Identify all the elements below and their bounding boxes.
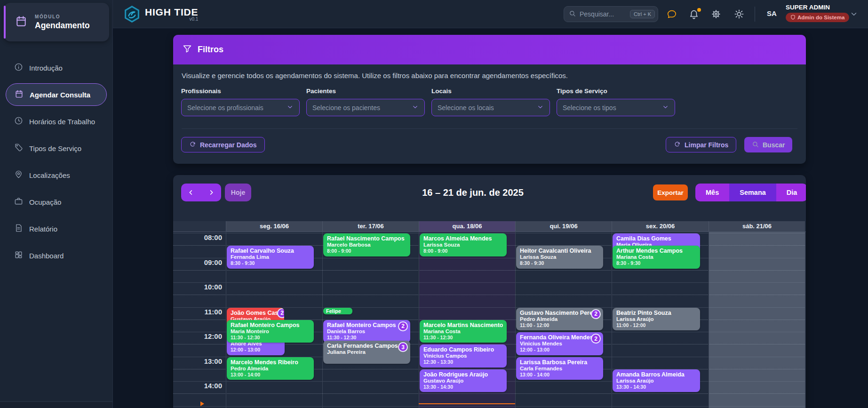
event-patient: Larissa Araújo — [616, 378, 696, 384]
sidebar-bottom-divider — [0, 401, 112, 408]
filter-label: Pacientes — [306, 88, 425, 95]
event[interactable]: Rafael Monteiro CamposDaniela Barros11:3… — [323, 320, 410, 343]
calendar-nav — [181, 184, 221, 201]
filter-select[interactable]: Selecione os tipos — [557, 99, 675, 116]
today-button[interactable]: Hoje — [225, 184, 251, 201]
half-hour-line — [173, 393, 805, 394]
event-time: 11:00 - 12:00 — [520, 322, 599, 328]
event[interactable]: Rafael Carvalho SouzaFernanda Lima8:30 -… — [227, 246, 314, 269]
event[interactable]: João Rodrigues AraújoGustavo Araújo13:30… — [420, 369, 507, 392]
avatar-initials[interactable]: SA — [767, 9, 777, 17]
event-patient: Larissa Araújo — [616, 316, 696, 322]
filter-select[interactable]: Selecione os pacientes — [306, 99, 425, 116]
sidebar-item-relat-rio[interactable]: Relatório — [0, 217, 112, 240]
notifications-bell-icon[interactable] — [689, 9, 700, 20]
event[interactable]: Arthur Mendes CamposMariana Costa8:30 - … — [613, 246, 700, 269]
filter-select[interactable]: Selecione os profissionais — [181, 99, 300, 116]
view-button-month[interactable]: Mês — [695, 184, 729, 201]
gutter-header — [173, 221, 226, 232]
calendar-grid: seg. 16/06ter. 17/06qua. 18/06qui. 19/06… — [173, 221, 806, 408]
filters-panel: Filtros Visualize e gerencie todos os ag… — [173, 35, 806, 164]
chevron-down-icon — [412, 104, 419, 112]
sidebar-item-hor-rios-de-trabalho[interactable]: Horários de Trabalho — [0, 110, 112, 133]
notification-dot — [697, 8, 701, 12]
sidebar-item-dashboard[interactable]: Dashboard — [0, 244, 112, 267]
column-divider — [419, 232, 419, 408]
filter-label: Locais — [431, 88, 550, 95]
chat-icon[interactable] — [667, 9, 678, 20]
time-label: 08:00 — [173, 233, 222, 241]
event-time: 13:00 - 14:00 — [231, 372, 310, 377]
settings-gear-icon[interactable] — [711, 9, 722, 20]
event[interactable]: Rafael Nascimento CamposMarcelo Barbosa8… — [323, 233, 410, 256]
report-icon — [14, 224, 23, 234]
search-icon — [752, 141, 759, 149]
filter-select[interactable]: Selecione os locais — [431, 99, 550, 116]
event-time: 13:30 - 14:30 — [423, 384, 503, 390]
event-professional: Fernanda Oliveira Mendes — [520, 334, 599, 341]
sidebar-item-introdu-o[interactable]: Introdução — [0, 56, 112, 79]
view-button-week[interactable]: Semana — [729, 184, 776, 201]
theme-sun-icon[interactable] — [734, 9, 745, 20]
global-search[interactable]: Ctrl + K — [564, 6, 658, 22]
next-week-chevron-right-icon[interactable] — [201, 184, 222, 201]
day-header: sáb. 21/06 — [709, 221, 805, 232]
select-placeholder: Selecione os tipos — [563, 104, 662, 112]
prev-week-chevron-left-icon[interactable] — [181, 184, 201, 201]
event-time: 13:30 - 14:30 — [616, 384, 696, 390]
brand-logo-icon — [123, 5, 141, 23]
event[interactable]: Gustavo Nascimento PereiraPedro Almeida1… — [516, 308, 603, 331]
event[interactable]: Carla Fernandes CamposJuliana Pereira3 — [323, 341, 410, 364]
refresh-icon — [189, 141, 196, 149]
event-patient: Larissa Souza — [520, 254, 599, 260]
chevron-down-icon — [287, 104, 294, 112]
event-patient: Daniela Barros — [327, 328, 406, 335]
event[interactable]: Heitor Cavalcanti OliveiraLarissa Souza8… — [516, 246, 603, 269]
event[interactable]: Larissa Barbosa PereiraCarla Fernandes13… — [516, 357, 603, 380]
filter-label: Profissionais — [181, 88, 300, 95]
sidebar-item-agendar-consulta[interactable]: Agendar Consulta — [6, 83, 107, 106]
export-button[interactable]: Exportar — [653, 184, 688, 200]
tag-icon — [14, 143, 23, 153]
event[interactable]: Eduardo Campos RibeiroVinicius Campos12:… — [420, 344, 507, 368]
event[interactable]: Fernanda Oliveira MendesVinicius Mendes1… — [516, 332, 603, 355]
search-button[interactable]: Buscar — [744, 137, 792, 152]
event[interactable]: Marcos Almeida MendesLarissa Souza8:00 -… — [420, 233, 507, 256]
event-time: 11:00 - 12:00 — [616, 322, 696, 328]
search-input[interactable] — [576, 10, 630, 18]
half-hour-line — [173, 270, 805, 271]
select-placeholder: Selecione os profissionais — [187, 104, 287, 112]
event-time: 8:30 - 9:30 — [616, 260, 696, 266]
event[interactable]: Marcelo Martins NascimentoMariana Costa1… — [420, 320, 507, 343]
event[interactable]: Beatriz Pinto SouzaLarissa Araújo11:00 -… — [613, 308, 700, 331]
user-menu-chevron-down-icon[interactable] — [850, 10, 861, 21]
column-divider — [612, 232, 612, 408]
info-icon — [14, 63, 23, 73]
module-card[interactable]: MÓDULO Agendamento — [4, 3, 109, 41]
day-header: seg. 16/06 — [226, 221, 322, 232]
sidebar-item-localiza-es[interactable]: Localizações — [0, 164, 112, 186]
reload-data-button[interactable]: Recarregar Dados — [181, 137, 265, 152]
event-professional: João Rodrigues Araújo — [423, 371, 503, 378]
view-button-day[interactable]: Dia — [776, 184, 806, 201]
sidebar-menu: IntroduçãoAgendar ConsultaHorários de Tr… — [0, 47, 112, 271]
hour-line — [173, 282, 805, 283]
day-header: ter. 17/06 — [322, 221, 419, 232]
event-time: 8:00 - 9:00 — [423, 248, 503, 254]
event[interactable]: Marcelo Mendes RibeiroPedro Almeida13:00… — [227, 357, 314, 380]
filters-description: Visualize e gerencie todos os agendament… — [182, 72, 568, 80]
clear-filters-button[interactable]: Limpar Filtros — [666, 137, 736, 152]
time-label: 13:00 — [173, 357, 222, 365]
time-label: 10:00 — [173, 283, 222, 291]
event-time: 12:00 - 13:00 — [520, 347, 599, 352]
event[interactable]: Amanda Barros AlmeidaLarissa Araújo13:30… — [613, 369, 700, 392]
event[interactable]: Felipe — [323, 308, 352, 314]
event[interactable]: Rafael Monteiro CamposMaria Monteiro11:3… — [227, 320, 314, 343]
sidebar-item-tipos-de-servi-o[interactable]: Tipos de Serviço — [0, 137, 112, 160]
filter-field: ProfissionaisSelecione os profissionais — [181, 88, 300, 116]
sidebar-item-ocupa-o[interactable]: Ocupação — [0, 191, 112, 213]
sidebar: MÓDULO Agendamento IntroduçãoAgendar Con… — [0, 0, 113, 408]
hour-line — [173, 406, 805, 407]
event-patient: Maria Monteiro — [231, 328, 310, 335]
event-professional: Rafael Monteiro Campos — [231, 322, 310, 328]
